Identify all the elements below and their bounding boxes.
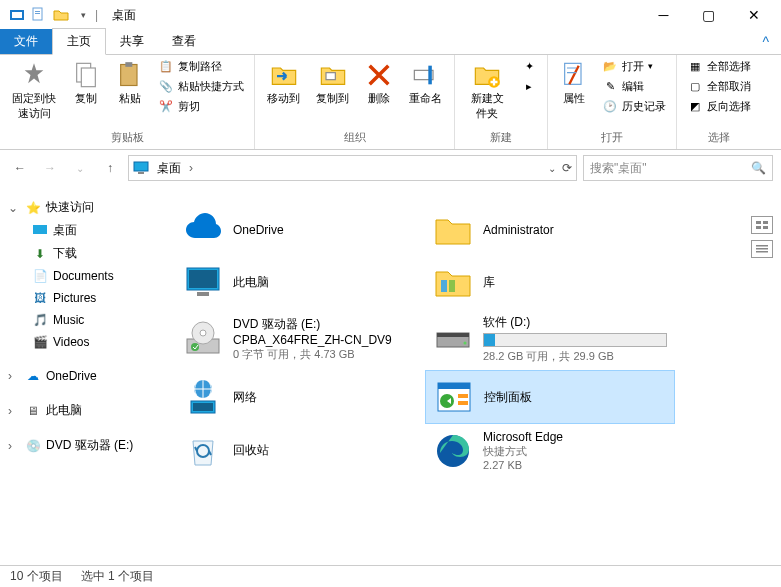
desktop-icon (32, 223, 48, 239)
select-none-icon: ▢ (687, 78, 703, 94)
svg-rect-43 (756, 248, 768, 250)
open-button[interactable]: 📂打开▾ (598, 57, 670, 75)
clipboard-group-label: 剪贴板 (6, 128, 248, 147)
item-libraries[interactable]: 库 (425, 256, 675, 308)
download-icon: ⬇ (32, 246, 48, 262)
address-dropdown-icon[interactable]: ⌄ (548, 163, 556, 174)
tab-file[interactable]: 文件 (0, 29, 52, 54)
copy-label: 复制 (75, 91, 97, 106)
move-to-label: 移动到 (267, 91, 300, 106)
select-none-button[interactable]: ▢全部取消 (683, 77, 755, 95)
tree-pictures[interactable]: 🖼Pictures (4, 287, 161, 309)
svg-rect-14 (134, 162, 148, 171)
tree-quick-access[interactable]: ⌄⭐快速访问 (4, 196, 161, 219)
move-to-button[interactable]: 移动到 (261, 57, 306, 110)
chevron-right-icon[interactable]: › (189, 161, 193, 175)
view-details-button[interactable] (751, 240, 773, 258)
tree-thispc[interactable]: ›🖥此电脑 (4, 399, 161, 422)
search-input[interactable]: 搜索"桌面" 🔍 (583, 155, 773, 181)
paste-button[interactable]: 粘贴 (110, 57, 150, 110)
properties-qat-icon[interactable] (31, 7, 47, 23)
select-all-button[interactable]: ▦全部选择 (683, 57, 755, 75)
chevron-right-icon[interactable]: › (8, 404, 20, 418)
tree-videos[interactable]: 🎬Videos (4, 331, 161, 353)
folder-qat-icon[interactable] (53, 7, 69, 23)
help-button[interactable]: ^ (750, 30, 781, 54)
item-onedrive[interactable]: OneDrive (175, 204, 425, 256)
paste-shortcut-button[interactable]: 📎粘贴快捷方式 (154, 77, 248, 95)
rename-label: 重命名 (409, 91, 442, 106)
forward-button[interactable]: → (38, 156, 62, 180)
minimize-button[interactable]: ─ (641, 0, 686, 30)
pin-label: 固定到快速访问 (12, 91, 56, 121)
status-bar: 10 个项目 选中 1 个项目 (0, 565, 781, 587)
maximize-button[interactable]: ▢ (686, 0, 731, 30)
disc-icon: 💿 (25, 438, 41, 454)
tree-dvd[interactable]: ›💿DVD 驱动器 (E:) (4, 434, 161, 457)
drive-icon (433, 319, 473, 359)
copy-button[interactable]: 复制 (66, 57, 106, 110)
chevron-down-icon[interactable]: ⌄ (8, 201, 20, 215)
breadcrumb-location[interactable]: 桌面 (153, 160, 185, 177)
up-button[interactable]: ↑ (98, 156, 122, 180)
refresh-icon[interactable]: ⟳ (562, 161, 572, 175)
items-view[interactable]: OneDrive Administrator 此电脑 库 DVD 驱动器 (E:… (165, 186, 781, 565)
view-tiles-button[interactable] (751, 216, 773, 234)
item-recycle-bin[interactable]: 回收站 (175, 424, 425, 477)
tab-home[interactable]: 主页 (52, 28, 106, 55)
tree-label: Videos (53, 335, 89, 349)
svg-rect-20 (441, 280, 447, 292)
scissors-icon: ✂️ (158, 98, 174, 114)
item-label: 软件 (D:) (483, 314, 667, 331)
copy-path-button[interactable]: 📋复制路径 (154, 57, 248, 75)
item-thispc[interactable]: 此电脑 (175, 256, 425, 308)
properties-button[interactable]: 属性 (554, 57, 594, 110)
tree-downloads[interactable]: ⬇下载 (4, 242, 161, 265)
cut-button[interactable]: ✂️剪切 (154, 97, 248, 115)
svg-rect-33 (438, 383, 470, 389)
tree-onedrive[interactable]: ›☁OneDrive (4, 365, 161, 387)
qat-dropdown-icon[interactable]: ▾ (75, 7, 91, 23)
rename-button[interactable]: 重命名 (403, 57, 448, 110)
open-group-label: 打开 (554, 128, 670, 147)
tree-music[interactable]: 🎵Music (4, 309, 161, 331)
svg-rect-35 (458, 394, 468, 398)
navigation-bar: ← → ⌄ ↑ 桌面 › ⌄ ⟳ 搜索"桌面" 🔍 (0, 150, 781, 186)
item-administrator[interactable]: Administrator (425, 204, 675, 256)
paste-label: 粘贴 (119, 91, 141, 106)
item-control-panel[interactable]: 控制面板 (425, 370, 675, 424)
item-edge[interactable]: Microsoft Edge快捷方式2.27 KB (425, 424, 675, 477)
easy-access-button[interactable]: ▸ (517, 77, 541, 95)
copy-to-button[interactable]: 复制到 (310, 57, 355, 110)
delete-button[interactable]: 删除 (359, 57, 399, 110)
item-dvd[interactable]: DVD 驱动器 (E:) CPBA_X64FRE_ZH-CN_DV90 字节 可… (175, 308, 425, 370)
item-sub: 2.27 KB (483, 459, 667, 471)
item-label: DVD 驱动器 (E:) CPBA_X64FRE_ZH-CN_DV9 (233, 316, 417, 347)
tree-documents[interactable]: 📄Documents (4, 265, 161, 287)
delete-label: 删除 (368, 91, 390, 106)
tab-view[interactable]: 查看 (158, 29, 210, 54)
edit-button[interactable]: ✎编辑 (598, 77, 670, 95)
address-bar[interactable]: 桌面 › ⌄ ⟳ (128, 155, 577, 181)
tree-desktop[interactable]: 桌面 (4, 219, 161, 242)
recent-dropdown[interactable]: ⌄ (68, 156, 92, 180)
item-network[interactable]: 网络 (175, 370, 425, 424)
music-icon: 🎵 (32, 312, 48, 328)
window-controls: ─ ▢ ✕ (641, 0, 776, 30)
chevron-right-icon[interactable]: › (8, 369, 20, 383)
back-button[interactable]: ← (8, 156, 32, 180)
new-item-button[interactable]: ✦ (517, 57, 541, 75)
item-label: 控制面板 (484, 389, 666, 406)
new-folder-button[interactable]: 新建文件夹 (461, 57, 513, 125)
item-label: Microsoft Edge (483, 430, 667, 444)
history-button[interactable]: 🕑历史记录 (598, 97, 670, 115)
ribbon: 固定到快速访问 复制 粘贴 📋复制路径 📎粘贴快捷方式 ✂️剪切 剪贴板 移动到… (0, 55, 781, 150)
item-software-drive[interactable]: 软件 (D:) 28.2 GB 可用，共 29.9 GB (425, 308, 675, 370)
svg-rect-40 (756, 226, 761, 229)
pin-button[interactable]: 固定到快速访问 (6, 57, 62, 125)
invert-selection-button[interactable]: ◩反向选择 (683, 97, 755, 115)
tab-share[interactable]: 共享 (106, 29, 158, 54)
select-all-label: 全部选择 (707, 59, 751, 74)
close-button[interactable]: ✕ (731, 0, 776, 30)
chevron-right-icon[interactable]: › (8, 439, 20, 453)
